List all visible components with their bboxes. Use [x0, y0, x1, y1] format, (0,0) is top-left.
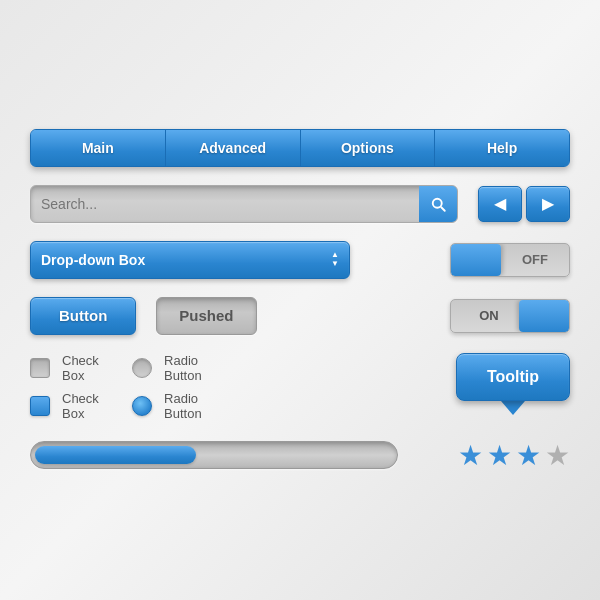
tab-options[interactable]: Options — [301, 130, 436, 166]
dropdown-label: Drop-down Box — [41, 252, 145, 268]
tooltip-arrow — [501, 401, 525, 415]
tab-help[interactable]: Help — [435, 130, 569, 166]
toggle-knob-on — [519, 300, 569, 332]
buttons-row: Button Pushed ON — [30, 297, 570, 335]
arrow-right-button[interactable]: ▶ — [526, 186, 570, 222]
chevron-down-icon: ▼ — [331, 260, 339, 268]
arrow-buttons: ◀ ▶ — [478, 186, 570, 222]
checkbox-radio-grid: Check Box Radio Button Check Box Radio B… — [30, 353, 223, 421]
star-3[interactable]: ★ — [516, 439, 541, 472]
progress-fill — [35, 446, 196, 464]
toggle-on-label: ON — [451, 308, 519, 323]
search-button[interactable] — [419, 185, 457, 223]
toggle-knob-off — [451, 244, 501, 276]
checkbox-unchecked-label: Check Box — [62, 353, 120, 383]
star-1[interactable]: ★ — [458, 439, 483, 472]
checkbox-row: Check Box Radio Button Check Box Radio B… — [30, 353, 570, 421]
radio-checked-label: Radio Button — [164, 391, 223, 421]
toggle-on[interactable]: ON — [450, 299, 570, 333]
tooltip-container: Tooltip — [456, 353, 570, 415]
pushed-button[interactable]: Pushed — [156, 297, 256, 335]
radio-unchecked-label: Radio Button — [164, 353, 223, 383]
tab-main[interactable]: Main — [31, 130, 166, 166]
checkbox-unchecked[interactable] — [30, 358, 50, 378]
tab-advanced[interactable]: Advanced — [166, 130, 301, 166]
search-input[interactable] — [41, 196, 419, 212]
search-row: ◀ ▶ — [30, 185, 570, 223]
tab-bar: Main Advanced Options Help — [30, 129, 570, 167]
toggle-off[interactable]: OFF — [450, 243, 570, 277]
checkbox-checked-label: Check Box — [62, 391, 120, 421]
tooltip-bubble: Tooltip — [456, 353, 570, 401]
stars-section: ★ ★ ★ ★ — [458, 439, 570, 472]
search-bar — [30, 185, 458, 223]
tooltip-text: Tooltip — [487, 368, 539, 385]
dropdown-row: Drop-down Box ▲ ▼ OFF — [30, 241, 570, 279]
dropdown-box[interactable]: Drop-down Box ▲ ▼ — [30, 241, 350, 279]
star-4[interactable]: ★ — [545, 439, 570, 472]
blue-button[interactable]: Button — [30, 297, 136, 335]
chevron-up-icon: ▲ — [331, 251, 339, 259]
radio-unchecked[interactable] — [132, 358, 152, 378]
progress-bar — [30, 441, 398, 469]
dropdown-arrows: ▲ ▼ — [331, 251, 339, 268]
arrow-left-button[interactable]: ◀ — [478, 186, 522, 222]
search-icon — [429, 195, 447, 213]
toggle-off-label: OFF — [501, 252, 569, 267]
progress-stars-row: ★ ★ ★ ★ — [30, 439, 570, 472]
radio-checked[interactable] — [132, 396, 152, 416]
star-2[interactable]: ★ — [487, 439, 512, 472]
checkbox-checked[interactable] — [30, 396, 50, 416]
